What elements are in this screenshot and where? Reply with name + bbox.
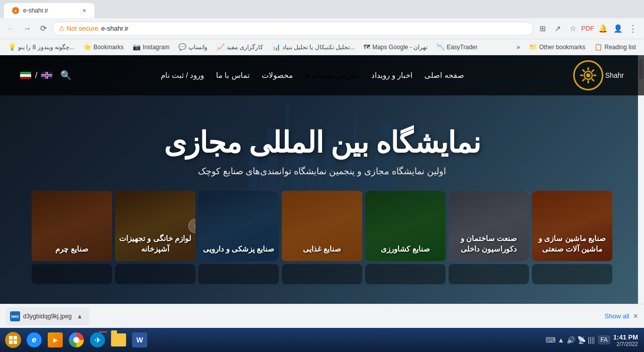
download-filename: d3ygbidqg9kj.jpeg [23, 313, 72, 320]
taskbar-word-button[interactable]: W [130, 329, 150, 351]
chevron-down-icon: ▾ [305, 71, 309, 80]
tray-icons: ⌨ ▲ 🔊 📡 |||| [546, 336, 595, 344]
download-bar: IMG d3ygbidqg9kj.jpeg ▲ Show all × [0, 304, 644, 328]
refresh-button[interactable]: ⟳ [36, 22, 50, 36]
media-player-icon: ▶ [48, 332, 63, 347]
nav-login[interactable]: ورود / ثبت نام [161, 71, 204, 80]
category-agriculture[interactable]: صنایع کشاورزی [365, 191, 446, 261]
tab-close-button[interactable]: × [82, 7, 86, 15]
taskbar-ie-button[interactable]: e [24, 329, 44, 351]
taskbar-media-button[interactable]: ▶ [45, 329, 65, 351]
chart-icon: 📈 [217, 43, 225, 51]
language-indicator[interactable]: FA [598, 335, 610, 344]
site-logo: Shahr [573, 60, 624, 90]
taskbar-pinned-apps: e ▶ ✈ [24, 329, 150, 351]
category-card-next-7 [532, 264, 612, 284]
browser-frame: e e-shahr.ir × ← → ⟳ ⚠ Not secure e-shah… [0, 0, 644, 352]
tab-bar: e e-shahr.ir × [0, 0, 644, 18]
bookmark-maps[interactable]: 🗺 Maps Google - تهران [360, 41, 432, 53]
bookmark-label: EasyTrader [447, 44, 478, 51]
nav-news[interactable]: اخبار و رویداد [371, 71, 412, 80]
chevron-up-icon[interactable]: ▲ [558, 336, 565, 344]
other-bookmarks[interactable]: 📁 Other bookmarks [525, 41, 589, 53]
translate-button[interactable]: ⊞ [535, 22, 550, 36]
iran-flag[interactable] [20, 72, 31, 79]
volume-icon[interactable]: 🔊 [567, 336, 575, 344]
network-icon[interactable]: 📡 [577, 336, 586, 344]
system-tray: ⌨ ▲ 🔊 📡 |||| FA 1:41 PM 2/7/2022 [542, 333, 642, 347]
category-grid-second-row [0, 264, 644, 284]
bookmark-bookmarks[interactable]: ⭐ Bookmarks [79, 41, 128, 53]
category-label: صنایع چرم [32, 244, 112, 254]
keyboard-icon: ⌨ [546, 336, 556, 344]
category-leather[interactable]: صنایع چرم [32, 191, 112, 261]
logo-gear-icon [578, 65, 598, 85]
bookmark-kargozari[interactable]: 📈 کارگزاری مفید [212, 41, 267, 53]
search-icon-site[interactable]: 🔍 [60, 70, 71, 81]
whatsapp-icon: 💬 [178, 43, 186, 51]
bookmark-tahlil[interactable]: 📊 تحلیل تکنیکال یا تحلیل بنیاد... [268, 41, 359, 53]
folder-icon [111, 333, 126, 346]
site-language-flags: / 🔍 [20, 70, 71, 81]
category-construction[interactable]: صنعت ساختمان و دکوراسیون داخلی [449, 191, 529, 261]
instagram-icon: 📷 [133, 43, 141, 51]
pdf-button[interactable]: PDF [581, 22, 595, 36]
close-download-bar-button[interactable]: × [633, 312, 638, 321]
forward-button[interactable]: → [20, 22, 34, 36]
taskbar-chrome-button[interactable] [66, 329, 86, 351]
reading-list[interactable]: 📋 Reading list [590, 41, 640, 53]
show-all-downloads-button[interactable]: Show all [605, 312, 629, 320]
nav-intro-dropdown[interactable]: معرفی سامانه ▾ [305, 71, 359, 80]
more-bookmarks-button[interactable]: » [513, 41, 524, 53]
bookmark-whatsapp[interactable]: 💬 واتساپ [174, 41, 211, 53]
nav-bar: ← → ⟳ ⚠ Not secure e-shahr.ir ⊞ ↗ ☆ PDF … [0, 18, 644, 39]
system-clock[interactable]: 1:41 PM 2/7/2022 [613, 333, 638, 347]
bookmark-windows-tip[interactable]: 💡 چگونه ویندوز 8 را بنو... [4, 41, 78, 53]
site-header: / 🔍 [0, 55, 644, 95]
profile-button[interactable]: 👤 [611, 22, 625, 36]
reading-icon: 📋 [594, 43, 602, 51]
start-button[interactable] [2, 329, 24, 351]
bookmark-star-button[interactable]: ☆ [566, 22, 580, 36]
category-label: صنعت ساختمان و دکوراسیون داخلی [449, 233, 529, 254]
taskbar-folder-button[interactable] [109, 329, 129, 351]
uk-flag[interactable] [41, 72, 52, 79]
download-file-icon: IMG [10, 311, 20, 321]
download-expand-button[interactable]: ▲ [75, 313, 85, 320]
nav-products[interactable]: محصولات [262, 71, 293, 80]
category-card-next-1 [32, 264, 112, 284]
menu-button[interactable]: ⋮ [626, 22, 640, 36]
separator: / [35, 71, 37, 80]
nav-main-page[interactable]: صفحه اصلی [424, 71, 464, 80]
category-grid: صنایع چرم لوازم خانگی و تجهیزات آشپزخانه… [0, 191, 644, 261]
category-medical[interactable]: صنایع پزشکی و دارویی [198, 191, 279, 261]
category-label: لوازم خانگی و تجهیزات آشپزخانه [115, 233, 195, 254]
bookmark-easytrader[interactable]: 📉 EasyTrader [433, 41, 482, 53]
active-tab[interactable]: e e-shahr.ir × [4, 3, 94, 18]
hero-content: نمایشگاه بین المللی مجازی اولین نمایشگاه… [0, 95, 644, 304]
hero-subtitle: اولین نمایشگاه مجازی و پنجمین نمایشگاه ت… [198, 166, 446, 177]
bookmark-instagram[interactable]: 📷 Instagram [129, 41, 173, 53]
bookmark-label: کارگزاری مفید [227, 44, 263, 51]
category-card-next-6 [449, 264, 529, 284]
url-text: e-shahr.ir [101, 25, 527, 32]
download-item: IMG d3ygbidqg9kj.jpeg ▲ [6, 307, 89, 325]
category-machinery[interactable]: صنایع ماشین سازی و ماشین آلات صنعتی [532, 191, 612, 261]
hero-section: / 🔍 [0, 55, 644, 304]
security-warning: ⚠ Not secure [59, 25, 98, 32]
bookmark-label: واتساپ [188, 44, 207, 51]
category-label: صنایع ماشین سازی و ماشین آلات صنعتی [532, 233, 612, 254]
clock-date: 2/7/2022 [613, 341, 638, 347]
extensions-button[interactable]: 🔔 [596, 22, 610, 36]
nav-contact[interactable]: تماس با ما [216, 71, 249, 80]
taskbar-telegram-button[interactable]: ✈ [87, 329, 108, 351]
category-kitchen[interactable]: لوازم خانگی و تجهیزات آشپزخانه › [115, 191, 195, 261]
address-bar[interactable]: ⚠ Not secure e-shahr.ir [52, 22, 533, 36]
share-button[interactable]: ↗ [551, 22, 565, 36]
back-button[interactable]: ← [4, 22, 18, 36]
category-card-next-5 [365, 264, 446, 284]
bookmarks-bar: 💡 چگونه ویندوز 8 را بنو... ⭐ Bookmarks 📷… [0, 39, 644, 55]
category-food[interactable]: صنایع غذایی [282, 191, 362, 261]
bookmark-label: Bookmarks [93, 44, 124, 51]
site-content: / 🔍 [0, 55, 644, 328]
